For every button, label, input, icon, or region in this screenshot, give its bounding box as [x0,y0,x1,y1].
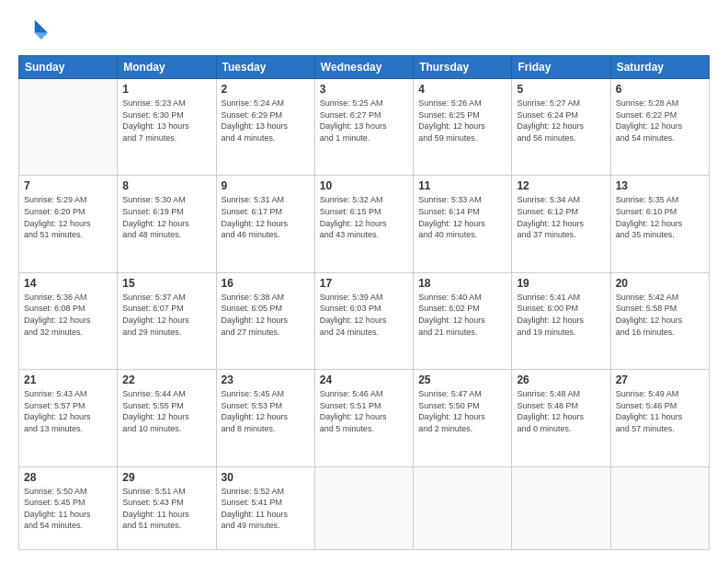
day-info: Sunrise: 5:50 AM Sunset: 5:45 PM Dayligh… [24,486,112,532]
day-info: Sunrise: 5:30 AM Sunset: 6:19 PM Dayligh… [122,194,210,240]
calendar-cell: 21Sunrise: 5:43 AM Sunset: 5:57 PM Dayli… [19,370,118,466]
day-number: 16 [222,277,310,290]
day-number: 13 [616,179,704,192]
calendar-week-row: 28Sunrise: 5:50 AM Sunset: 5:45 PM Dayli… [19,466,710,549]
svg-marker-1 [35,33,48,40]
calendar-cell: 29Sunrise: 5:51 AM Sunset: 5:43 PM Dayli… [118,466,216,549]
day-info: Sunrise: 5:49 AM Sunset: 5:46 PM Dayligh… [616,388,704,434]
calendar-cell: 8Sunrise: 5:30 AM Sunset: 6:19 PM Daylig… [118,176,216,272]
logo [18,17,51,46]
calendar-cell: 3Sunrise: 5:25 AM Sunset: 6:27 PM Daylig… [314,79,413,176]
calendar-cell: 23Sunrise: 5:45 AM Sunset: 5:53 PM Dayli… [216,370,314,466]
calendar-cell: 18Sunrise: 5:40 AM Sunset: 6:02 PM Dayli… [414,272,512,369]
day-info: Sunrise: 5:46 AM Sunset: 5:51 PM Dayligh… [320,388,408,434]
day-info: Sunrise: 5:33 AM Sunset: 6:14 PM Dayligh… [418,194,506,240]
header [18,17,710,46]
calendar-cell [610,466,709,549]
calendar-cell: 1Sunrise: 5:23 AM Sunset: 6:30 PM Daylig… [118,79,216,176]
day-number: 23 [222,373,310,386]
calendar-cell: 28Sunrise: 5:50 AM Sunset: 5:45 PM Dayli… [19,466,118,549]
day-info: Sunrise: 5:47 AM Sunset: 5:50 PM Dayligh… [418,388,506,434]
day-info: Sunrise: 5:26 AM Sunset: 6:25 PM Dayligh… [418,98,506,144]
day-info: Sunrise: 5:42 AM Sunset: 5:58 PM Dayligh… [616,292,704,338]
calendar-cell: 17Sunrise: 5:39 AM Sunset: 6:03 PM Dayli… [314,272,413,369]
day-number: 10 [320,179,408,192]
day-number: 20 [616,277,704,290]
day-number: 28 [24,471,112,484]
day-number: 6 [616,83,704,96]
calendar-cell: 26Sunrise: 5:48 AM Sunset: 5:48 PM Dayli… [512,370,610,466]
day-info: Sunrise: 5:37 AM Sunset: 6:07 PM Dayligh… [122,292,210,338]
svg-marker-0 [35,20,48,33]
day-info: Sunrise: 5:35 AM Sunset: 6:10 PM Dayligh… [616,194,704,240]
calendar-cell: 16Sunrise: 5:38 AM Sunset: 6:05 PM Dayli… [216,272,314,369]
day-info: Sunrise: 5:41 AM Sunset: 6:00 PM Dayligh… [517,292,605,338]
day-number: 8 [122,179,210,192]
day-number: 1 [122,83,210,96]
day-number: 27 [616,373,704,386]
day-info: Sunrise: 5:43 AM Sunset: 5:57 PM Dayligh… [24,388,112,434]
day-info: Sunrise: 5:27 AM Sunset: 6:24 PM Dayligh… [517,98,605,144]
day-header-saturday: Saturday [610,56,709,79]
day-number: 19 [517,277,605,290]
day-number: 9 [222,179,310,192]
page: SundayMondayTuesdayWednesdayThursdayFrid… [0,0,728,563]
calendar-cell: 12Sunrise: 5:34 AM Sunset: 6:12 PM Dayli… [512,176,610,272]
day-info: Sunrise: 5:48 AM Sunset: 5:48 PM Dayligh… [517,388,605,434]
calendar-cell: 30Sunrise: 5:52 AM Sunset: 5:41 PM Dayli… [216,466,314,549]
day-info: Sunrise: 5:39 AM Sunset: 6:03 PM Dayligh… [320,292,408,338]
day-number: 24 [320,373,408,386]
day-number: 17 [320,277,408,290]
day-header-sunday: Sunday [19,56,118,79]
day-info: Sunrise: 5:52 AM Sunset: 5:41 PM Dayligh… [222,486,310,532]
calendar-cell [414,466,512,549]
day-header-friday: Friday [512,56,610,79]
day-header-wednesday: Wednesday [314,56,413,79]
day-info: Sunrise: 5:29 AM Sunset: 6:20 PM Dayligh… [24,194,112,240]
day-number: 12 [517,179,605,192]
calendar-cell: 4Sunrise: 5:26 AM Sunset: 6:25 PM Daylig… [414,79,512,176]
calendar-cell: 10Sunrise: 5:32 AM Sunset: 6:15 PM Dayli… [314,176,413,272]
calendar-cell: 19Sunrise: 5:41 AM Sunset: 6:00 PM Dayli… [512,272,610,369]
day-info: Sunrise: 5:32 AM Sunset: 6:15 PM Dayligh… [320,194,408,240]
day-info: Sunrise: 5:25 AM Sunset: 6:27 PM Dayligh… [320,98,408,144]
calendar-cell: 11Sunrise: 5:33 AM Sunset: 6:14 PM Dayli… [414,176,512,272]
day-number: 26 [517,373,605,386]
day-info: Sunrise: 5:44 AM Sunset: 5:55 PM Dayligh… [122,388,210,434]
day-number: 3 [320,83,408,96]
calendar-cell [314,466,413,549]
calendar-week-row: 1Sunrise: 5:23 AM Sunset: 6:30 PM Daylig… [19,79,710,176]
day-number: 29 [122,471,210,484]
calendar-cell: 7Sunrise: 5:29 AM Sunset: 6:20 PM Daylig… [19,176,118,272]
calendar-cell: 13Sunrise: 5:35 AM Sunset: 6:10 PM Dayli… [610,176,709,272]
calendar-table: SundayMondayTuesdayWednesdayThursdayFrid… [18,55,710,550]
day-info: Sunrise: 5:34 AM Sunset: 6:12 PM Dayligh… [517,194,605,240]
day-header-thursday: Thursday [414,56,512,79]
day-number: 25 [418,373,506,386]
calendar-cell [19,79,118,176]
day-header-monday: Monday [118,56,216,79]
day-number: 15 [122,277,210,290]
calendar-cell: 5Sunrise: 5:27 AM Sunset: 6:24 PM Daylig… [512,79,610,176]
day-info: Sunrise: 5:40 AM Sunset: 6:02 PM Dayligh… [418,292,506,338]
day-number: 5 [517,83,605,96]
day-info: Sunrise: 5:28 AM Sunset: 6:22 PM Dayligh… [616,98,704,144]
calendar-header-row: SundayMondayTuesdayWednesdayThursdayFrid… [19,56,710,79]
day-number: 2 [222,83,310,96]
calendar-cell: 24Sunrise: 5:46 AM Sunset: 5:51 PM Dayli… [314,370,413,466]
calendar-cell: 9Sunrise: 5:31 AM Sunset: 6:17 PM Daylig… [216,176,314,272]
day-info: Sunrise: 5:31 AM Sunset: 6:17 PM Dayligh… [222,194,310,240]
calendar-week-row: 14Sunrise: 5:36 AM Sunset: 6:08 PM Dayli… [19,272,710,369]
logo-icon [18,17,48,46]
day-number: 30 [222,471,310,484]
day-header-tuesday: Tuesday [216,56,314,79]
day-info: Sunrise: 5:36 AM Sunset: 6:08 PM Dayligh… [24,292,112,338]
calendar-cell: 6Sunrise: 5:28 AM Sunset: 6:22 PM Daylig… [610,79,709,176]
day-number: 11 [418,179,506,192]
calendar-cell: 25Sunrise: 5:47 AM Sunset: 5:50 PM Dayli… [414,370,512,466]
calendar-cell: 20Sunrise: 5:42 AM Sunset: 5:58 PM Dayli… [610,272,709,369]
calendar-cell [512,466,610,549]
day-number: 14 [24,277,112,290]
calendar-week-row: 7Sunrise: 5:29 AM Sunset: 6:20 PM Daylig… [19,176,710,272]
calendar-cell: 14Sunrise: 5:36 AM Sunset: 6:08 PM Dayli… [19,272,118,369]
